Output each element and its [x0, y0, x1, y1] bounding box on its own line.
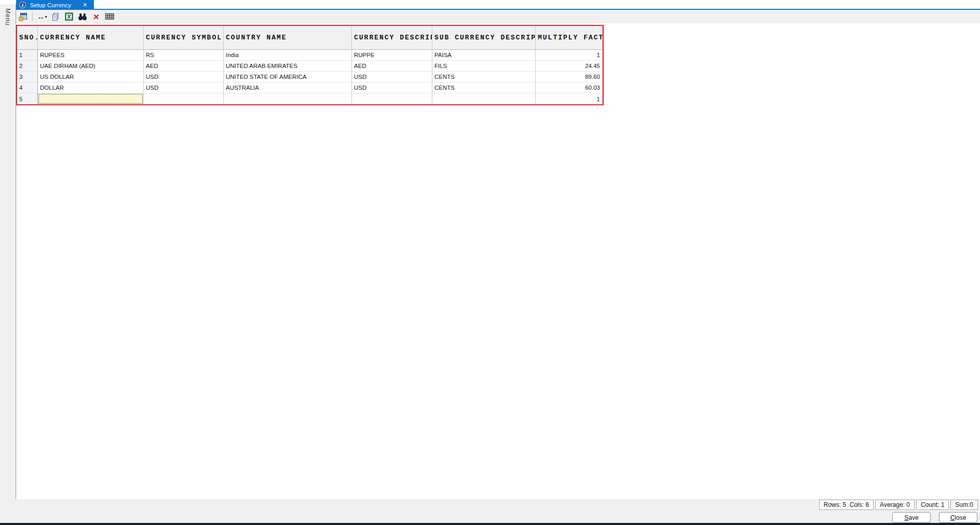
column-header-currency-name[interactable]: CURRENCY NAME [38, 26, 144, 50]
cell-currency-symbol[interactable] [144, 93, 224, 104]
cell-currency-name[interactable]: UAE DIRHAM (AED) [38, 61, 144, 72]
cell-country-name[interactable] [224, 93, 352, 104]
cell-country-name[interactable]: India [224, 50, 352, 61]
status-bar: Rows: 5 Cols: 6 Average: 0 Count: 1 Sum:… [0, 499, 980, 523]
cell-multiply-factor[interactable]: 24.45 [536, 61, 603, 72]
status-average: Average: 0 [875, 500, 915, 510]
column-header-country-name[interactable]: COUNTRY NAME [224, 26, 352, 50]
cell-currency-name [38, 93, 144, 104]
cell-country-name[interactable]: AUSTRALIA [224, 82, 352, 93]
cell-currency-name[interactable]: US DOLLAR [38, 72, 144, 82]
status-count: Count: 1 [916, 500, 949, 510]
currency-table: SNO. CURRENCY NAME CURRENCY SYMBOL COUNT… [16, 25, 604, 105]
find-icon [78, 13, 87, 21]
export-excel-icon: X [65, 12, 73, 21]
chevron-down-icon: ▾ [45, 15, 47, 19]
delete-button[interactable]: ✕ [90, 11, 102, 22]
cell-currency-description[interactable]: USD [352, 82, 432, 93]
excel-x-letter: X [67, 13, 71, 20]
column-header-multiply-factor[interactable]: MULTIPLY FACTOR [536, 26, 603, 50]
status-rows-cols: Rows: 5 Cols: 6 [819, 500, 874, 510]
find-button[interactable] [77, 11, 88, 22]
cell-country-name[interactable]: UNITED STATE OF AMERICA [224, 72, 352, 82]
cell-currency-symbol[interactable]: RS [144, 50, 224, 61]
content-area: SNO. CURRENCY NAME CURRENCY SYMBOL COUNT… [0, 23, 980, 499]
toolbar-separator [32, 12, 33, 21]
cell-currency-symbol[interactable]: AED [144, 61, 224, 72]
cell-currency-name[interactable]: RUPEES [38, 50, 144, 61]
cell-currency-description[interactable]: USD [352, 72, 432, 82]
export-excel-button[interactable]: X [63, 11, 75, 22]
row-header-cell[interactable]: 4 [17, 82, 38, 93]
table-row: 4 DOLLAR USD AUSTRALIA USD CENTS 60.03 [17, 82, 603, 93]
table-header-row: SNO. CURRENCY NAME CURRENCY SYMBOL COUNT… [17, 26, 603, 50]
grid-lines-button[interactable] [104, 11, 115, 22]
status-cells: Rows: 5 Cols: 6 Average: 0 Count: 1 Sum:… [819, 500, 978, 510]
fit-columns-button[interactable]: ↔ ▾ [36, 11, 48, 22]
application-window: L Setup Currency ✕ Menu ↔ ▾ [0, 0, 980, 525]
close-button[interactable]: Close [939, 512, 977, 523]
form-view-icon [19, 12, 28, 21]
cell-multiply-factor[interactable]: 1 [536, 93, 603, 104]
save-button[interactable]: Save [892, 512, 931, 523]
copy-icon [51, 12, 60, 21]
form-view-button[interactable] [17, 11, 29, 22]
tab-title: Setup Currency [30, 2, 71, 8]
copy-button[interactable] [50, 11, 61, 22]
cell-multiply-factor[interactable]: 1 [536, 50, 603, 61]
cell-multiply-factor[interactable]: 60.03 [536, 82, 603, 93]
row-header-cell[interactable]: 2 [17, 61, 38, 72]
tab-close-icon[interactable]: ✕ [83, 2, 87, 8]
window-bottom-edge [0, 523, 980, 525]
row-header-cell[interactable]: 3 [17, 72, 38, 82]
cell-country-name[interactable]: UNITED ARAB EMIRATES [224, 61, 352, 72]
active-edit-cell[interactable] [38, 94, 143, 104]
cell-sub-currency-description[interactable]: CENTS [432, 72, 536, 82]
cell-sub-currency-description[interactable]: FILS [432, 61, 536, 72]
table-row: 3 US DOLLAR USD UNITED STATE OF AMERICA … [17, 72, 603, 82]
app-logo-icon: L [19, 2, 26, 8]
grid-lines-icon [105, 13, 114, 21]
menu-vertical-tab[interactable]: Menu [4, 4, 11, 26]
tab-bar: L Setup Currency ✕ [0, 0, 980, 10]
cell-currency-symbol[interactable]: USD [144, 82, 224, 93]
tab-setup-currency[interactable]: L Setup Currency ✕ [16, 0, 94, 10]
cell-multiply-factor[interactable]: 89.60 [536, 72, 603, 82]
table-row: 2 UAE DIRHAM (AED) AED UNITED ARAB EMIRA… [17, 61, 603, 72]
toolbar: ↔ ▾ X [0, 10, 980, 23]
footer-buttons: Save Close [892, 512, 977, 523]
cell-sub-currency-description[interactable] [432, 93, 536, 104]
column-header-currency-symbol[interactable]: CURRENCY SYMBOL [144, 26, 224, 50]
close-label: lose [955, 514, 966, 521]
cell-currency-description[interactable] [352, 93, 432, 104]
column-header-currency-description[interactable]: CURRENCY DESCRIPTION [352, 26, 432, 50]
status-sum: Sum:0 [950, 500, 978, 510]
table-row: 5 1 [17, 93, 603, 104]
row-header-cell[interactable]: 1 [17, 50, 38, 61]
cell-currency-description[interactable]: AED [352, 61, 432, 72]
column-header-sub-currency-description[interactable]: SUB CURRENCY DESCRIPTION [432, 26, 536, 50]
cell-sub-currency-description[interactable]: PAISA [432, 50, 536, 61]
fit-columns-icon: ↔ [37, 13, 44, 20]
delete-icon: ✕ [92, 13, 100, 21]
column-header-sno[interactable]: SNO. [17, 26, 38, 50]
cell-currency-symbol[interactable]: USD [144, 72, 224, 82]
cell-currency-name[interactable]: DOLLAR [38, 82, 144, 93]
row-header-cell[interactable]: 5 [17, 93, 38, 104]
cell-currency-description[interactable]: RUPPE [352, 50, 432, 61]
table-row: 1 RUPEES RS India RUPPE PAISA 1 [17, 50, 603, 61]
save-label: ave [908, 514, 918, 521]
cell-sub-currency-description[interactable]: CENTS [432, 82, 536, 93]
left-dock-strip: Menu [0, 4, 16, 499]
